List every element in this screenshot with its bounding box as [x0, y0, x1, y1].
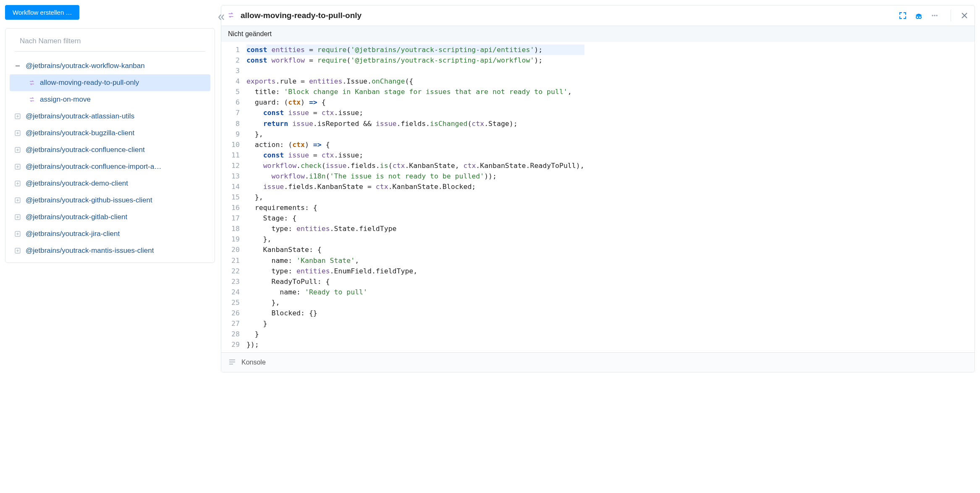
workflow-rule-icon [28, 79, 36, 87]
divider [951, 10, 951, 21]
tree-node-collapsed[interactable]: @jetbrains/youtrack-demo-client [10, 175, 210, 192]
tree-node-expanded[interactable]: @jetbrains/youtrack-workflow-kanban [10, 58, 210, 74]
tree-node-collapsed[interactable]: @jetbrains/youtrack-jira-client [10, 226, 210, 242]
close-icon[interactable] [960, 11, 969, 20]
expand-icon[interactable] [14, 129, 21, 137]
expand-icon[interactable] [899, 11, 907, 20]
tree-node-collapsed[interactable]: @jetbrains/youtrack-confluence-import-a… [10, 158, 210, 175]
console-bar[interactable]: Konsole [221, 352, 975, 372]
workflow-tree-panel: @jetbrains/youtrack-workflow-kanban allo… [5, 28, 215, 263]
status-bar: Nicht geändert [221, 26, 975, 42]
expand-icon[interactable] [14, 230, 21, 238]
svg-point-29 [919, 16, 921, 18]
tree-node-collapsed[interactable]: @jetbrains/youtrack-mantis-issues-client [10, 242, 210, 259]
tree-node-label: @jetbrains/youtrack-jira-client [26, 230, 120, 238]
expand-icon[interactable] [14, 113, 21, 120]
expand-icon[interactable] [14, 146, 21, 154]
tree-node-label: @jetbrains/youtrack-github-issues-client [26, 196, 152, 205]
tree-node-label: @jetbrains/youtrack-mantis-issues-client [26, 246, 154, 255]
expand-icon[interactable] [14, 247, 21, 254]
expand-icon[interactable] [14, 163, 21, 170]
svg-rect-0 [16, 66, 20, 66]
tree-node-label: @jetbrains/youtrack-gitlab-client [26, 213, 127, 221]
code-content[interactable]: const entities = require('@jetbrains/you… [246, 42, 590, 352]
tree-node-collapsed[interactable]: @jetbrains/youtrack-atlassian-utils [10, 108, 210, 125]
create-workflow-button[interactable]: Workflow erstellen … [5, 5, 79, 20]
collapse-icon[interactable] [14, 62, 21, 70]
tree-node-label: @jetbrains/youtrack-workflow-kanban [26, 62, 145, 70]
tree-node-label: @jetbrains/youtrack-confluence-import-a… [26, 163, 161, 171]
expand-icon[interactable] [14, 197, 21, 204]
code-editor[interactable]: 1234567891011121314151617181920212223242… [221, 42, 975, 352]
workflow-tree: @jetbrains/youtrack-workflow-kanban allo… [10, 58, 210, 259]
tree-node-label: @jetbrains/youtrack-bugzilla-client [26, 129, 134, 137]
svg-point-30 [932, 15, 933, 16]
incognito-icon[interactable] [914, 11, 923, 20]
tree-node-collapsed[interactable]: @jetbrains/youtrack-bugzilla-client [10, 125, 210, 142]
workflow-rule-icon [227, 11, 235, 20]
tree-node-collapsed[interactable]: @jetbrains/youtrack-gitlab-client [10, 209, 210, 226]
tree-leaf[interactable]: assign-on-move [10, 91, 210, 108]
console-icon [229, 359, 236, 366]
tree-node-label: @jetbrains/youtrack-demo-client [26, 179, 128, 188]
tree-node-collapsed[interactable]: @jetbrains/youtrack-github-issues-client [10, 192, 210, 209]
expand-icon[interactable] [14, 180, 21, 187]
tree-node-label: @jetbrains/youtrack-atlassian-utils [26, 112, 134, 121]
tree-leaf-label: allow-moving-ready-to-pull-only [40, 79, 139, 87]
filter-input[interactable] [20, 37, 200, 45]
svg-point-31 [934, 15, 935, 16]
console-label: Konsole [241, 359, 266, 366]
tree-node-label: @jetbrains/youtrack-confluence-client [26, 146, 145, 154]
more-icon[interactable] [930, 11, 939, 20]
collapse-sidebar-icon[interactable] [217, 13, 225, 22]
tree-leaf[interactable]: allow-moving-ready-to-pull-only [10, 74, 210, 91]
workflow-rule-icon [28, 96, 36, 103]
expand-icon[interactable] [14, 213, 21, 221]
editor-panel: allow-moving-ready-to-pull-only Nicht ge… [221, 5, 975, 372]
svg-point-32 [936, 15, 938, 16]
sidebar: Workflow erstellen … @jetbrains/youtrack… [5, 5, 215, 372]
tree-leaf-label: assign-on-move [40, 95, 91, 104]
editor-title: allow-moving-ready-to-pull-only [241, 11, 362, 20]
line-gutter: 1234567891011121314151617181920212223242… [221, 42, 246, 352]
tree-node-collapsed[interactable]: @jetbrains/youtrack-confluence-client [10, 142, 210, 158]
editor-header: allow-moving-ready-to-pull-only [221, 5, 975, 26]
